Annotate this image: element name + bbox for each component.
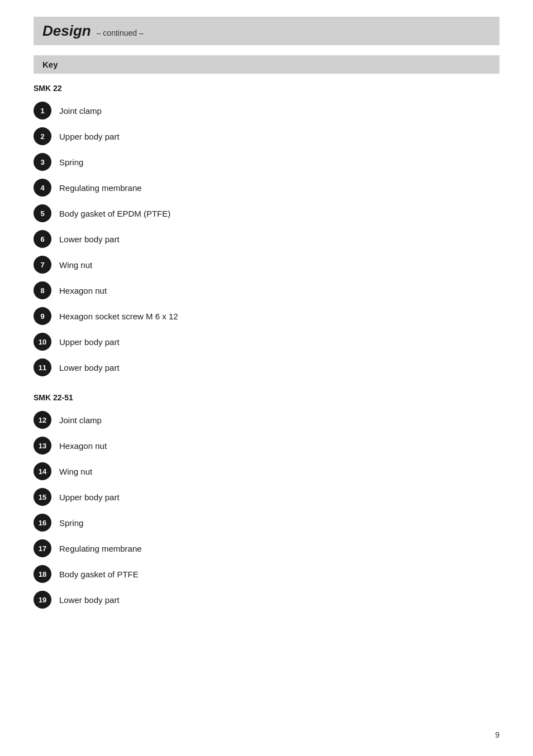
smk22-51-title: SMK 22-51: [34, 393, 499, 402]
item-label: Joint clamp: [59, 415, 102, 425]
list-item: 16Spring: [34, 514, 499, 532]
item-label: Spring: [59, 518, 83, 528]
item-badge: 11: [34, 358, 51, 376]
header-bar: Design – continued –: [34, 17, 499, 45]
page-title: Design: [42, 22, 91, 40]
list-item: 6Lower body part: [34, 230, 499, 248]
item-badge: 16: [34, 514, 51, 532]
item-badge: 4: [34, 179, 51, 197]
item-badge: 14: [34, 462, 51, 480]
item-label: Body gasket of PTFE: [59, 570, 139, 579]
smk22-section: SMK 22 1Joint clamp2Upper body part3Spri…: [34, 84, 499, 376]
item-badge: 3: [34, 153, 51, 171]
key-bar: Key: [34, 55, 499, 74]
item-badge: 15: [34, 488, 51, 506]
item-badge: 9: [34, 307, 51, 325]
item-label: Hexagon nut: [59, 441, 107, 451]
list-item: 17Regulating membrane: [34, 539, 499, 557]
list-item: 12Joint clamp: [34, 411, 499, 429]
item-label: Wing nut: [59, 467, 92, 476]
page-number: 9: [495, 730, 499, 739]
key-label: Key: [42, 60, 58, 69]
item-label: Lower body part: [59, 595, 120, 605]
item-label: Upper body part: [59, 132, 120, 141]
item-label: Regulating membrane: [59, 183, 142, 193]
item-label: Body gasket of EPDM (PTFE): [59, 209, 170, 218]
item-label: Spring: [59, 157, 83, 167]
item-label: Upper body part: [59, 492, 120, 502]
item-badge: 13: [34, 437, 51, 454]
item-label: Lower body part: [59, 363, 120, 372]
list-item: 19Lower body part: [34, 591, 499, 609]
item-label: Hexagon nut: [59, 286, 107, 295]
item-badge: 2: [34, 127, 51, 145]
item-badge: 17: [34, 539, 51, 557]
item-badge: 10: [34, 333, 51, 351]
list-item: 15Upper body part: [34, 488, 499, 506]
item-badge: 18: [34, 565, 51, 583]
smk22-51-list: 12Joint clamp13Hexagon nut14Wing nut15Up…: [34, 411, 499, 609]
list-item: 7Wing nut: [34, 256, 499, 274]
list-item: 14Wing nut: [34, 462, 499, 480]
page-container: Design – continued – Key SMK 22 1Joint c…: [0, 0, 533, 756]
item-badge: 1: [34, 102, 51, 119]
item-label: Hexagon socket screw M 6 x 12: [59, 312, 178, 321]
item-label: Upper body part: [59, 337, 120, 347]
list-item: 9Hexagon socket screw M 6 x 12: [34, 307, 499, 325]
item-badge: 12: [34, 411, 51, 429]
list-item: 2Upper body part: [34, 127, 499, 145]
item-badge: 5: [34, 204, 51, 222]
item-badge: 7: [34, 256, 51, 274]
smk22-list: 1Joint clamp2Upper body part3Spring4Regu…: [34, 102, 499, 376]
list-item: 10Upper body part: [34, 333, 499, 351]
item-label: Regulating membrane: [59, 544, 142, 553]
list-item: 8Hexagon nut: [34, 281, 499, 299]
item-label: Lower body part: [59, 235, 120, 244]
item-badge: 19: [34, 591, 51, 609]
list-item: 3Spring: [34, 153, 499, 171]
list-item: 11Lower body part: [34, 358, 499, 376]
list-item: 18Body gasket of PTFE: [34, 565, 499, 583]
page-subtitle: – continued –: [97, 28, 144, 37]
item-label: Joint clamp: [59, 106, 102, 116]
smk22-title: SMK 22: [34, 84, 499, 93]
smk22-51-section: SMK 22-51 12Joint clamp13Hexagon nut14Wi…: [34, 393, 499, 609]
list-item: 13Hexagon nut: [34, 437, 499, 454]
item-badge: 6: [34, 230, 51, 248]
item-badge: 8: [34, 281, 51, 299]
list-item: 1Joint clamp: [34, 102, 499, 119]
list-item: 4Regulating membrane: [34, 179, 499, 197]
item-label: Wing nut: [59, 260, 92, 270]
list-item: 5Body gasket of EPDM (PTFE): [34, 204, 499, 222]
